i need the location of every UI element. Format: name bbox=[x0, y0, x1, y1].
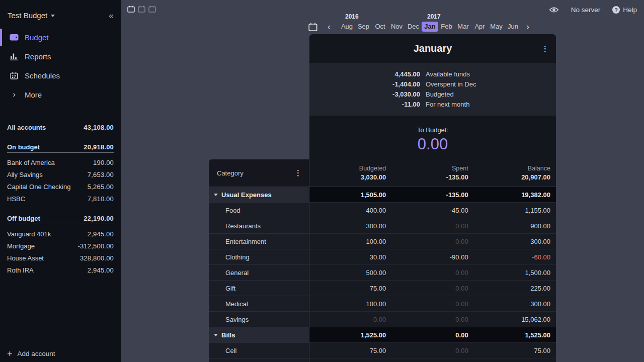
category-cell[interactable]: Usual Expenses bbox=[209, 187, 309, 203]
show-1-month-icon[interactable] bbox=[127, 6, 135, 15]
month-mar[interactable]: Mar bbox=[455, 22, 471, 32]
month-menu-kebab-icon[interactable]: ⋮ bbox=[541, 47, 549, 50]
to-budget-value[interactable]: 0.00 bbox=[309, 135, 556, 153]
on-budget-header-row[interactable]: On budget 20,918.00 bbox=[7, 141, 114, 153]
budgeted-cell[interactable]: 300.00 bbox=[309, 218, 391, 233]
spent-column-header[interactable]: Spent -135.00 bbox=[391, 159, 473, 187]
next-month-icon[interactable]: › bbox=[526, 23, 529, 31]
spent-cell[interactable]: 0.00 bbox=[391, 327, 473, 342]
spent-cell[interactable]: -90.00 bbox=[391, 249, 473, 264]
spent-cell[interactable]: 0.00 bbox=[391, 296, 473, 311]
category-cell[interactable]: Savings bbox=[209, 312, 309, 327]
sidebar-item-more[interactable]: › More bbox=[0, 85, 121, 104]
account-row-capital-one-checking[interactable]: Capital One Checking 5,265.00 bbox=[7, 180, 114, 193]
balance-cell[interactable]: 1,500.00 bbox=[474, 265, 556, 280]
spent-cell[interactable]: 0.00 bbox=[391, 218, 473, 233]
budgeted-cell[interactable]: 75.00 bbox=[309, 281, 391, 296]
spent-cell[interactable]: 0.00 bbox=[391, 312, 473, 327]
month-jan-selected[interactable]: Jan bbox=[422, 22, 438, 32]
budgeted-cell[interactable]: 400.00 bbox=[309, 203, 391, 218]
balance-cell[interactable]: 75.00 bbox=[474, 343, 556, 358]
category-cell[interactable]: Bills bbox=[209, 327, 309, 343]
add-account-button[interactable]: + Add account bbox=[7, 350, 55, 357]
balance-cell[interactable]: 1,525.00 bbox=[474, 327, 556, 342]
budgeted-cell[interactable]: 1,505.00 bbox=[309, 187, 391, 202]
month-may[interactable]: May bbox=[488, 22, 505, 32]
spent-cell[interactable]: 0.00 bbox=[391, 265, 473, 280]
sidebar-item-schedules[interactable]: Schedules bbox=[0, 66, 121, 85]
table-row-entertainment[interactable]: Entertainment 100.00 0.00 300.00 bbox=[209, 234, 556, 249]
table-row-group-usual-expenses[interactable]: Usual Expenses 1,505.00 -135.00 19,382.0… bbox=[209, 187, 556, 203]
budgeted-cell[interactable]: 500.00 bbox=[309, 265, 391, 280]
balance-cell[interactable]: 900.00 bbox=[474, 218, 556, 233]
balance-cell[interactable]: 300.00 bbox=[474, 296, 556, 311]
category-cell[interactable]: Food bbox=[209, 203, 309, 218]
account-row-hsbc[interactable]: HSBC 7,810.00 bbox=[7, 193, 114, 205]
table-row-food[interactable]: Food 400.00 -45.00 1,155.00 bbox=[209, 203, 556, 218]
spent-cell[interactable]: 0.00 bbox=[391, 281, 473, 296]
category-cell[interactable]: Clothing bbox=[209, 249, 309, 265]
budget-name-dropdown[interactable]: Test Budget bbox=[8, 11, 55, 20]
category-cell[interactable]: Cell bbox=[209, 343, 309, 358]
budgeted-cell[interactable]: 75.00 bbox=[309, 343, 391, 358]
balance-cell[interactable]: 19,382.00 bbox=[474, 187, 556, 202]
sidebar-item-budget[interactable]: Budget bbox=[0, 28, 121, 47]
category-cell[interactable]: Entertainment bbox=[209, 234, 309, 249]
server-status-button[interactable]: No server bbox=[571, 6, 601, 14]
spent-cell[interactable]: -135.00 bbox=[391, 187, 473, 202]
account-row-house-asset[interactable]: House Asset 328,800.00 bbox=[7, 252, 114, 264]
table-row-savings[interactable]: Savings 0.00 0.00 15,062.00 bbox=[209, 312, 556, 327]
account-row-roth-ira[interactable]: Roth IRA 2,945.00 bbox=[7, 264, 114, 276]
show-2-months-icon[interactable] bbox=[138, 6, 145, 15]
budgeted-column-header[interactable]: Budgeted 3,030.00 bbox=[309, 159, 391, 187]
month-nov[interactable]: Nov bbox=[388, 22, 405, 32]
month-sep[interactable]: Sep bbox=[355, 22, 372, 32]
month-picker-calendar-icon[interactable] bbox=[308, 23, 317, 31]
month-dec[interactable]: Dec bbox=[405, 22, 422, 32]
account-row-ally-savings[interactable]: Ally Savings 7,653.00 bbox=[7, 168, 114, 180]
sidebar-item-reports[interactable]: Reports bbox=[0, 47, 121, 66]
table-row-gift[interactable]: Gift 75.00 0.00 225.00 bbox=[209, 281, 556, 296]
category-cell[interactable]: Gift bbox=[209, 281, 309, 296]
category-cell[interactable]: General bbox=[209, 265, 309, 281]
show-3-months-icon[interactable] bbox=[148, 6, 156, 15]
balance-cell[interactable]: 300.00 bbox=[474, 234, 556, 249]
account-row-bank-of-america[interactable]: Bank of America 190.00 bbox=[7, 156, 114, 168]
expand-triangle-icon[interactable] bbox=[214, 194, 218, 196]
balance-cell[interactable]: 1,155.00 bbox=[474, 203, 556, 218]
previous-month-icon[interactable]: ‹ bbox=[328, 23, 331, 31]
category-cell[interactable]: Medical bbox=[209, 296, 309, 312]
budgeted-cell[interactable]: 100.00 bbox=[309, 296, 391, 311]
spent-cell[interactable]: 0.00 bbox=[391, 343, 473, 358]
month-apr[interactable]: Apr bbox=[471, 22, 488, 32]
category-menu-kebab-icon[interactable]: ⋮ bbox=[294, 171, 302, 174]
help-button[interactable]: ? Help bbox=[612, 6, 637, 14]
balance-cell[interactable]: 15,062.00 bbox=[474, 312, 556, 327]
expand-triangle-icon[interactable] bbox=[214, 334, 218, 336]
balance-cell[interactable]: 225.00 bbox=[474, 281, 556, 296]
table-row-clothing[interactable]: Clothing 30.00 -90.00 -60.00 bbox=[209, 249, 556, 265]
off-budget-header-row[interactable]: Off budget 22,190.00 bbox=[7, 213, 114, 224]
table-row-general[interactable]: General 500.00 0.00 1,500.00 bbox=[209, 265, 556, 281]
budgeted-cell[interactable]: 1,525.00 bbox=[309, 327, 391, 342]
month-feb[interactable]: Feb bbox=[438, 22, 455, 32]
table-row-restaurants[interactable]: Restaurants 300.00 0.00 900.00 bbox=[209, 218, 556, 234]
month-jun[interactable]: Jun bbox=[505, 22, 521, 32]
account-row-vanguard-401k[interactable]: Vanguard 401k 2,945.00 bbox=[7, 228, 114, 240]
budgeted-cell[interactable]: 30.00 bbox=[309, 249, 391, 264]
balance-cell[interactable]: -60.00 bbox=[474, 249, 556, 264]
category-cell[interactable]: Restaurants bbox=[209, 218, 309, 234]
month-oct[interactable]: Oct bbox=[372, 22, 388, 32]
table-row-group-bills[interactable]: Bills 1,525.00 0.00 1,525.00 bbox=[209, 327, 556, 343]
balance-column-header[interactable]: Balance 20,907.00 bbox=[474, 159, 556, 187]
all-accounts-row[interactable]: All accounts 43,108.00 bbox=[7, 121, 114, 133]
spent-cell[interactable]: 0.00 bbox=[391, 234, 473, 249]
budgeted-cell[interactable]: 0.00 bbox=[309, 312, 391, 327]
collapse-sidebar-icon[interactable]: « bbox=[109, 13, 113, 19]
spent-cell[interactable]: -45.00 bbox=[391, 203, 473, 218]
table-row-cell[interactable]: Cell 75.00 0.00 75.00 bbox=[209, 343, 556, 358]
account-row-mortgage[interactable]: Mortgage -312,500.00 bbox=[7, 240, 114, 252]
month-aug[interactable]: Aug bbox=[339, 22, 355, 32]
table-row-medical[interactable]: Medical 100.00 0.00 300.00 bbox=[209, 296, 556, 312]
privacy-eye-icon[interactable] bbox=[549, 7, 559, 13]
